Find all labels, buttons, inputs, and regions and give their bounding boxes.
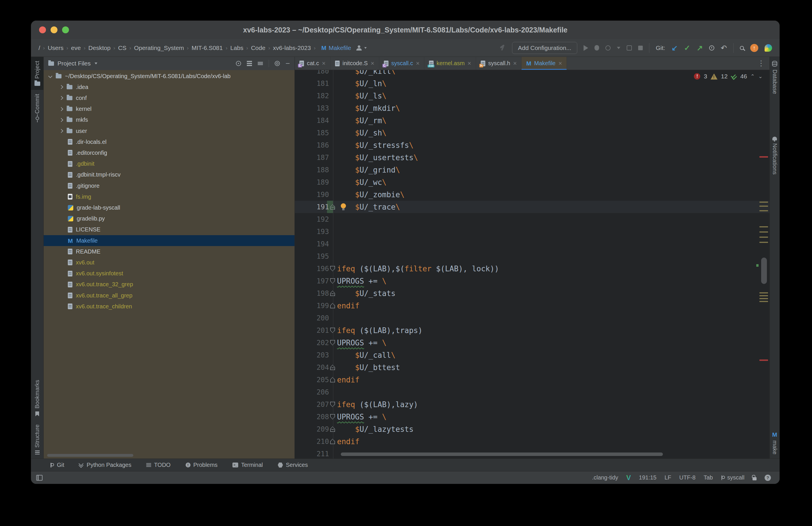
tree-item-xv6.out.trace-32-grep[interactable]: xv6.out.trace_32_grep (44, 279, 294, 290)
history-icon[interactable] (709, 45, 714, 50)
error-stripe-mark[interactable] (759, 206, 768, 207)
update-available-icon[interactable]: ↑ (750, 44, 758, 52)
fold-marker-icon[interactable] (330, 414, 335, 420)
breadcrumb-item[interactable]: MIT-6.S081 (192, 45, 223, 51)
code-line-194[interactable]: 194 (295, 238, 769, 250)
code-line-199[interactable]: 199endif (295, 299, 769, 312)
close-tab-icon[interactable]: × (558, 60, 562, 66)
editor-tab-kernel.asm[interactable]: ASMkernel.asm× (424, 57, 476, 70)
code-editor[interactable]: 211210endif209 $U/_lazytests208UPROGS +=… (295, 70, 769, 459)
code-line-188[interactable]: 188 $U/_grind\ (295, 164, 769, 176)
horizontal-scrollbar[interactable] (341, 452, 663, 456)
code-line-201[interactable]: 201ifeq ($(LAB),traps) (295, 324, 769, 336)
error-stripe-mark[interactable] (759, 226, 768, 227)
tree-item-.gdbinit.tmpl-riscv[interactable]: .gdbinit.tmpl-riscv (44, 169, 294, 180)
editor-tab-makefile[interactable]: MMakefile× (522, 57, 567, 70)
tool-stripe-database[interactable]: Database (770, 57, 780, 98)
tool-window-button-terminal[interactable]: >_Terminal (232, 462, 263, 468)
tool-window-button-todo[interactable]: TODO (146, 462, 170, 468)
coverage-icon[interactable] (605, 45, 611, 50)
clangd-status-icon[interactable]: ? (765, 475, 771, 481)
tree-item-conf[interactable]: conf (44, 92, 294, 103)
breadcrumb-item[interactable]: xv6-labs-2023 (273, 45, 311, 51)
git-push-icon[interactable]: ↗ (696, 44, 703, 52)
fold-marker-icon[interactable] (330, 328, 335, 333)
editor-tab-initcode.s[interactable]: initcode.S× (331, 57, 379, 70)
error-stripe-mark[interactable] (759, 298, 768, 299)
code-line-208[interactable]: 208UPROGS += \ (295, 410, 769, 423)
status-caret-position[interactable]: 191:15 (639, 474, 656, 481)
close-tab-icon[interactable]: × (416, 60, 420, 66)
code-line-196[interactable]: 196ifeq ($(LAB),$(filter $(LAB), lock)) (295, 262, 769, 275)
tree-item--desktop-cs-operating-system-mit-6.s081-labs-code-xv6-lab[interactable]: ~/Desktop/CS/Operating_System/MIT-6.S081… (44, 71, 294, 81)
error-stripe-mark[interactable] (756, 264, 758, 267)
code-line-200[interactable]: 200 (295, 312, 769, 324)
close-tab-icon[interactable]: × (371, 60, 374, 66)
code-line-193[interactable]: 193 (295, 225, 769, 238)
vertical-scrollbar[interactable] (761, 257, 767, 284)
chevron-collapsed-icon[interactable] (59, 118, 63, 122)
vcs-user-button[interactable] (356, 45, 367, 50)
tree-item-.dir-locals.el[interactable]: .dir-locals.el (44, 136, 294, 147)
code-line-210[interactable]: 210endif (295, 435, 769, 448)
unlock-icon[interactable] (753, 477, 756, 480)
tree-item-makefile[interactable]: MMakefile (44, 235, 294, 246)
close-tab-icon[interactable]: × (467, 60, 471, 66)
fold-marker-icon[interactable] (330, 365, 335, 370)
close-tab-icon[interactable]: × (513, 60, 517, 66)
fold-marker-icon[interactable] (330, 290, 335, 296)
tree-item-license[interactable]: LICENSE (44, 224, 294, 235)
fold-marker-icon[interactable] (330, 278, 335, 284)
tool-window-button-python-packages[interactable]: Python Packages (79, 462, 132, 468)
code-line-202[interactable]: 202UPROGS += \ (295, 336, 769, 349)
breadcrumb-current-file[interactable]: M Makefile (321, 45, 351, 51)
chevron-collapsed-icon[interactable] (59, 96, 63, 100)
window-layout-icon[interactable] (36, 475, 43, 481)
code-line-191[interactable]: 191 $U/_trace\ (295, 201, 769, 213)
fold-marker-icon[interactable] (330, 266, 335, 271)
tree-item-xv6.out.trace-children[interactable]: xv6.out.trace_children (44, 301, 294, 312)
editor-tab-cat.c[interactable]: Ccat.c× (295, 57, 331, 70)
inspections-widget[interactable]: ! 3 12 46 ⌃ ⌄ (694, 73, 763, 80)
profiler-icon[interactable] (627, 45, 632, 50)
chevron-collapsed-icon[interactable] (59, 85, 63, 89)
breadcrumb-item[interactable]: Labs (230, 45, 244, 51)
code-line-182[interactable]: 182 $U/_ls\ (295, 90, 769, 102)
debug-icon[interactable] (594, 45, 599, 50)
code-line-184[interactable]: 184 $U/_rm\ (295, 114, 769, 126)
status-git-branch[interactable]: syscall (721, 474, 744, 481)
error-stripe-mark[interactable] (759, 201, 768, 203)
tree-item-mkfs[interactable]: mkfs (44, 115, 294, 125)
tool-stripe-project[interactable]: Project (31, 57, 43, 90)
run-options-chevron-icon[interactable] (617, 47, 620, 49)
status-indent[interactable]: Tab (704, 474, 713, 481)
previous-problem-icon[interactable]: ⌃ (751, 73, 755, 79)
tool-window-button-services[interactable]: Services (278, 462, 308, 468)
code-line-209[interactable]: 209 $U/_lazytests (295, 423, 769, 435)
build-icon[interactable] (499, 45, 506, 51)
fold-marker-icon[interactable] (330, 426, 335, 432)
chevron-down-icon[interactable] (95, 63, 97, 64)
tab-options-kebab-icon[interactable]: ⋮ (753, 57, 769, 70)
code-line-185[interactable]: 185 $U/_sh\ (295, 126, 769, 139)
breadcrumb-item[interactable]: / (39, 45, 40, 51)
error-stripe-mark[interactable] (759, 231, 768, 232)
collapse-all-icon[interactable] (258, 63, 263, 64)
fold-marker-icon[interactable] (330, 340, 335, 345)
error-stripe-mark[interactable] (759, 292, 768, 294)
add-configuration-button[interactable]: Add Configuration... (512, 42, 578, 54)
code-line-192[interactable]: 192 (295, 213, 769, 225)
tool-stripe-bookmarks[interactable]: Bookmarks (31, 376, 43, 420)
close-tab-icon[interactable]: × (322, 60, 325, 66)
error-stripe-mark[interactable] (759, 295, 768, 296)
breadcrumb-item[interactable]: Desktop (88, 45, 111, 51)
fold-marker-icon[interactable] (330, 402, 335, 407)
locate-file-icon[interactable] (236, 61, 241, 66)
fold-marker-icon[interactable] (330, 377, 335, 382)
code-line-187[interactable]: 187 $U/_usertests\ (295, 151, 769, 164)
code-line-204[interactable]: 204 $U/_bttest (295, 361, 769, 374)
error-stripe-mark[interactable] (759, 359, 768, 361)
tree-item-user[interactable]: user (44, 125, 294, 136)
tree-item-xv6.out.trace-all-grep[interactable]: xv6.out.trace_all_grep (44, 290, 294, 301)
chevron-collapsed-icon[interactable] (59, 107, 63, 111)
